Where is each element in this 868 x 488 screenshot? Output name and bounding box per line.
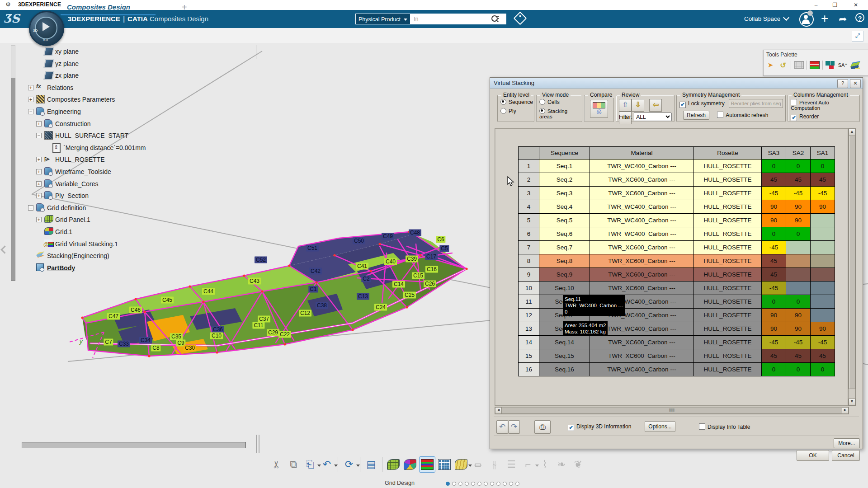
redo-button[interactable]: ↷ — [508, 420, 520, 434]
sequence-cell[interactable]: Seq.3 — [539, 187, 590, 200]
expand-icon[interactable]: + — [36, 217, 42, 222]
collapse-icon[interactable]: − — [28, 109, 33, 114]
row-number[interactable]: 14 — [519, 336, 539, 349]
sa2-cell[interactable]: -45 — [786, 336, 811, 349]
undo-button[interactable]: ↶ — [496, 420, 508, 434]
page-dot-11[interactable] — [509, 482, 513, 486]
page-dot-12[interactable] — [515, 482, 519, 486]
expand-icon[interactable]: + — [36, 181, 42, 187]
sequence-cell[interactable]: Seq.9 — [539, 268, 590, 282]
minimize-button[interactable]: – — [809, 1, 823, 9]
column-header-sa2[interactable]: SA2 — [786, 147, 811, 160]
collab-space-dropdown[interactable]: Collab Space — [744, 15, 788, 22]
sa1-cell[interactable]: 45 — [811, 173, 835, 187]
material-cell[interactable]: TWR_XC600_Carbon --- — [590, 173, 694, 187]
sa1-cell[interactable]: -45 — [811, 187, 835, 200]
sequence-cell[interactable]: Seq.8 — [539, 254, 590, 268]
column-header-material[interactable]: Material — [590, 147, 694, 160]
undo-icon[interactable]: ↶ — [319, 457, 335, 472]
page-dot-2[interactable] — [452, 482, 456, 486]
display-info-table-checkbox[interactable]: Display Info Table — [699, 423, 750, 430]
tree-scrollbar-thumb[interactable] — [11, 78, 15, 281]
rosette-cell[interactable]: HULL_ROSETTE — [694, 160, 762, 173]
close-button[interactable]: ✕ — [849, 1, 863, 9]
rosette-cell[interactable]: HULL_ROSETTE — [694, 254, 762, 268]
review-prev-button[interactable]: ⇦ — [649, 99, 662, 112]
select-cursor-icon[interactable]: ➤ — [765, 60, 775, 70]
copy-icon[interactable]: ⧉ — [286, 457, 301, 472]
row-number[interactable]: 16 — [519, 363, 539, 376]
expand-icon[interactable]: + — [28, 97, 33, 102]
plies-table-icon[interactable]: ☰ — [504, 457, 519, 472]
row-number[interactable]: 5 — [519, 214, 539, 227]
radio-stacking-areas[interactable]: Stacking areas — [539, 108, 582, 119]
compare-button[interactable]: ⚖ — [590, 100, 608, 118]
sequence-cell[interactable]: Seq.5 — [539, 214, 590, 227]
sa3-cell[interactable]: -45 — [762, 241, 786, 254]
grid-virtual-stacking-icon[interactable] — [419, 456, 435, 473]
rosette-cell[interactable]: HULL_ROSETTE — [694, 187, 762, 200]
update-icon[interactable]: ⟳ — [341, 457, 357, 472]
row-number[interactable]: 1 — [519, 160, 539, 173]
page-dot-4[interactable] — [465, 482, 469, 486]
collapse-icon[interactable]: − — [28, 205, 33, 211]
sa3-cell[interactable]: 90 — [762, 200, 786, 214]
sa1-cell[interactable]: 90 — [811, 322, 835, 336]
column-header-num[interactable] — [519, 147, 539, 160]
rosette-cell[interactable]: HULL_ROSETTE — [694, 268, 762, 282]
refresh-button[interactable]: Refresh — [683, 111, 709, 120]
dropdown-caret-icon[interactable] — [356, 465, 360, 467]
expand-icon[interactable]: + — [36, 121, 42, 127]
sequence-cell[interactable]: Seq.14 — [539, 336, 590, 349]
material-cell[interactable]: TWR_XC600_Carbon --- — [590, 254, 694, 268]
sequence-cell[interactable]: Seq.6 — [539, 227, 590, 241]
rosette-cell[interactable]: HULL_ROSETTE — [694, 173, 762, 187]
rosette-cell[interactable]: HULL_ROSETTE — [694, 282, 762, 295]
sa3-cell[interactable]: 90 — [762, 214, 786, 227]
row-number[interactable]: 9 — [519, 268, 539, 282]
sa2-cell[interactable]: 45 — [786, 349, 811, 363]
review-down-button[interactable]: ⇩ — [632, 99, 644, 112]
row-number[interactable]: 2 — [519, 173, 539, 187]
row-number[interactable]: 15 — [519, 349, 539, 363]
sa2-cell[interactable]: 0 — [786, 227, 811, 241]
options-button[interactable]: Options... — [645, 421, 675, 432]
material-cell[interactable]: TWR_WC400_Carbon --- — [590, 200, 694, 214]
sa2-cell[interactable] — [786, 268, 811, 282]
specifications-icon[interactable]: ▤ — [363, 457, 379, 472]
slicing-icon[interactable]: ⫳ — [487, 457, 502, 472]
rosette-cell[interactable]: HULL_ROSETTE — [694, 227, 762, 241]
page-dot-6[interactable] — [477, 482, 481, 486]
analysis-wand-icon[interactable]: ⌇ — [537, 457, 552, 472]
expand-icon[interactable]: + — [36, 193, 42, 198]
sequence-cell[interactable]: Seq.7 — [539, 241, 590, 254]
sequence-cell[interactable]: Seq.15 — [539, 349, 590, 363]
sa2-cell[interactable]: 90 — [786, 200, 811, 214]
rosette-cell[interactable]: HULL_ROSETTE — [694, 295, 762, 309]
sa2-cell[interactable]: 90 — [786, 322, 811, 336]
rosette-cell[interactable]: HULL_ROSETTE — [694, 336, 762, 349]
page-dot-1[interactable] — [446, 482, 450, 486]
material-cell[interactable]: TWR_XC600_Carbon --- — [590, 187, 694, 200]
prevent-auto-checkbox[interactable]: Prevent Auto Computation — [791, 99, 859, 111]
sa1-cell[interactable]: 0 — [811, 160, 835, 173]
sequence-cell[interactable]: Seq.10 — [539, 282, 590, 295]
sa3-cell[interactable]: 0 — [762, 363, 786, 376]
cells-swap-icon[interactable] — [826, 61, 835, 69]
display-3d-info-checkbox[interactable]: ✔Display 3D Information — [568, 423, 631, 431]
row-number[interactable]: 4 — [519, 200, 539, 214]
material-cell[interactable]: TWR_WC400_Carbon --- — [590, 363, 694, 376]
sa3-cell[interactable]: 0 — [762, 227, 786, 241]
stacking-table-icon[interactable] — [810, 61, 820, 69]
cancel-button[interactable]: Cancel — [832, 450, 860, 461]
rosette-cell[interactable]: HULL_ROSETTE — [694, 309, 762, 322]
new-tab-button[interactable]: + — [182, 2, 187, 13]
grid-panel-icon[interactable] — [386, 457, 401, 472]
share-icon[interactable]: ➦ — [839, 14, 847, 24]
rosette-cell[interactable]: HULL_ROSETTE — [694, 200, 762, 214]
sa1-cell[interactable] — [811, 214, 835, 227]
material-cell[interactable]: TWR_XC600_Carbon --- — [590, 268, 694, 282]
help-icon[interactable]: ? — [855, 13, 864, 22]
sa2-cell[interactable]: 90 — [786, 309, 811, 322]
sa3-cell[interactable]: 0 — [762, 295, 786, 309]
